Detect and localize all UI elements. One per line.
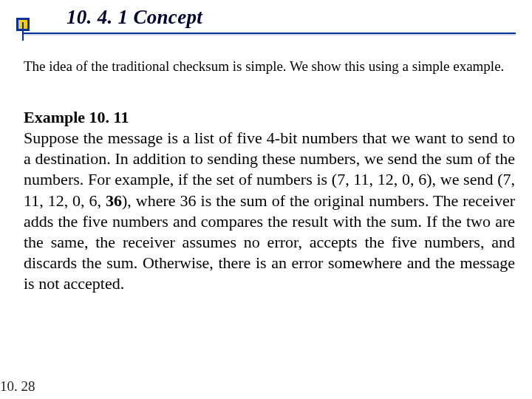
heading-vertical-rule xyxy=(22,22,24,41)
heading-underline-shadow xyxy=(24,34,516,35)
heading-text: 10. 4. 1 Concept xyxy=(66,6,202,29)
intro-paragraph: The idea of the traditional checksum is … xyxy=(24,58,511,75)
example-block: Example 10. 11 Suppose the message is a … xyxy=(24,107,515,294)
slide: 10. 4. 1 Concept The idea of the traditi… xyxy=(0,0,532,399)
example-bold-36: 36 xyxy=(106,191,122,210)
slide-number: 10. 28 xyxy=(0,378,35,395)
example-title: Example 10. 11 xyxy=(24,108,129,126)
